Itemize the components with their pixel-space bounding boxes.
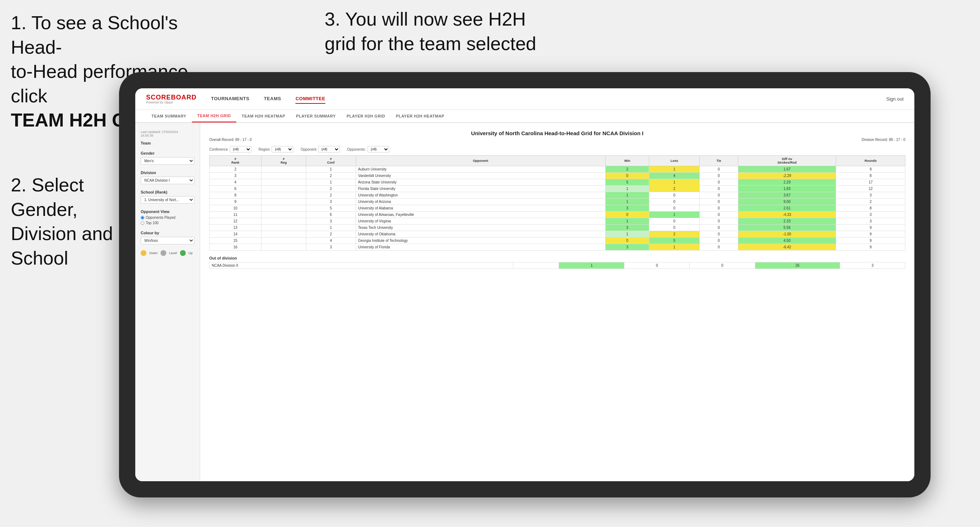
table-row: 15 4 Georgia Institute of Technology 0 5… [210,238,905,244]
cell-rounds: 9 [836,238,905,244]
legend-down-dot [141,250,146,256]
cell-tie: 0 [700,166,738,173]
cell-tie: 0 [700,173,738,179]
cell-reg [261,192,306,198]
cell-tie: 0 [700,211,738,218]
cell-tie: 0 [700,218,738,225]
cell-diff: -6.42 [738,244,836,251]
cell-loss: 5 [649,238,700,244]
opponent-view-label: Opponent View [141,210,194,214]
sign-out-button[interactable]: Sign out [886,96,904,102]
cell-win: 3 [605,205,649,211]
cell-tie: 0 [700,231,738,238]
nav-committee[interactable]: COMMITTEE [295,94,325,104]
cell-diff: 2.61 [738,205,836,211]
tablet-frame: SCOREBOARD Powered by clippd TOURNAMENTS… [119,72,931,497]
col-tie: Tie [700,156,738,166]
cell-conf: 2 [306,173,356,179]
cell-opponent: University of Alabama [356,205,605,211]
cell-win: 1 [605,198,649,205]
cell-diff: -4.33 [738,211,836,218]
school-select[interactable]: 1. University of Nort... [141,196,194,204]
cell-conf: 1 [306,179,356,186]
table-row: 14 2 University of Oklahoma 1 2 0 -1.00 … [210,231,905,238]
division-select[interactable]: NCAA Division I [141,177,194,184]
cell-loss: 1 [649,211,700,218]
school-label: School (Rank) [141,190,194,194]
cell-rank: 10 [210,205,261,211]
ood-tie: 0 [690,262,755,269]
nav-teams[interactable]: TEAMS [264,94,281,104]
cell-conf: 2 [306,192,356,198]
legend-up-dot [180,250,186,256]
cell-reg [261,198,306,205]
col-rank: #Rank [210,156,261,166]
cell-win: 0 [605,173,649,179]
gender-select[interactable]: Men's [141,157,194,165]
cell-rounds: 12 [836,186,905,192]
cell-rounds: 3 [836,218,905,225]
conference-filter: Conference (All) [209,146,251,152]
tab-player-h2h-heatmap[interactable]: PLAYER H2H HEATMAP [391,110,450,122]
cell-rounds: 9 [836,244,905,251]
cell-loss: 0 [649,225,700,231]
cell-rank: 13 [210,225,261,231]
cell-reg [261,225,306,231]
instruction-1-line1: 1. To see a School's Head- [11,12,178,58]
out-of-division-row: NCAA Division II 1 0 0 26 3 [210,262,905,269]
tab-team-h2h-heatmap[interactable]: TEAM H2H HEATMAP [236,110,291,122]
legend-level-label: Level [169,251,177,255]
instruction-3: 3. You will now see H2H grid for the tea… [325,7,536,56]
tab-team-summary[interactable]: TEAM SUMMARY [146,110,192,122]
tab-player-h2h-grid[interactable]: PLAYER H2H GRID [341,110,391,122]
cell-opponent: University of Washington [356,192,605,198]
cell-reg [261,186,306,192]
cell-opponent: Vanderbilt University [356,173,605,179]
col-opponent: Opponent [356,156,605,166]
cell-rounds: 9 [836,166,905,173]
cell-rounds: 3 [836,211,905,218]
cell-tie: 0 [700,179,738,186]
sidebar: Last Updated: 27/03/2024 16:55:38 Team G… [135,123,200,481]
out-of-division-label: Out of division [209,256,905,260]
opponent-filter: Opponent (All) [301,146,340,152]
table-row: 9 3 University of Arizona 1 0 0 9.00 2 [210,198,905,205]
cell-diff: -2.29 [738,173,836,179]
table-row: 8 2 University of Washington 1 0 0 3.67 … [210,192,905,198]
out-of-division-body: NCAA Division II 1 0 0 26 3 [210,262,905,269]
cell-rounds: 17 [836,179,905,186]
opponent-select[interactable]: (All) [318,146,340,152]
ood-win: 1 [559,262,624,269]
cell-diff: 2.33 [738,218,836,225]
table-row: 3 2 Vanderbilt University 0 4 0 -2.29 8 [210,173,905,179]
header-row: #Rank #Reg #Conf Opponent Win Loss Tie D… [210,156,905,166]
grid-title: University of North Carolina Head-to-Hea… [209,130,905,136]
opponent-view-radio-group: Opponents Played Top 100 [141,216,194,225]
tab-player-summary[interactable]: PLAYER SUMMARY [291,110,341,122]
radio-top-100[interactable]: Top 100 [141,221,194,225]
cell-reg [261,231,306,238]
table-row: 10 5 University of Alabama 3 0 0 2.61 8 [210,205,905,211]
tab-team-h2h-grid[interactable]: TEAM H2H GRID [192,110,236,122]
conference-select[interactable]: (All) [230,146,251,152]
table-row: 12 3 University of Virginia 1 0 0 2.33 3 [210,218,905,225]
colour-by-select[interactable]: Win/loss [141,237,194,244]
region-select[interactable]: (All) [272,146,293,152]
radio-opponents-played[interactable]: Opponents Played [141,216,194,219]
app-header: SCOREBOARD Powered by clippd TOURNAMENTS… [135,88,914,110]
legend-level-dot [161,250,166,256]
opponent-label: Opponent [301,148,316,151]
cell-rank: 14 [210,231,261,238]
legend-row: Down Level Up [141,250,194,256]
region-label: Region [259,148,270,151]
cell-rank: 2 [210,166,261,173]
cell-win: 5 [605,179,649,186]
nav-tournaments[interactable]: TOURNAMENTS [211,94,249,104]
instruction-3-line2: grid for the team selected [325,33,536,54]
conference-label: Conference [209,148,228,151]
table-row: 11 6 University of Arkansas, Fayettevill… [210,211,905,218]
logo-area: SCOREBOARD Powered by clippd [146,94,197,104]
opponents-select[interactable]: (All) [368,146,389,152]
instruction-3-line1: 3. You will now see H2H [325,9,526,30]
cell-win: 1 [605,231,649,238]
